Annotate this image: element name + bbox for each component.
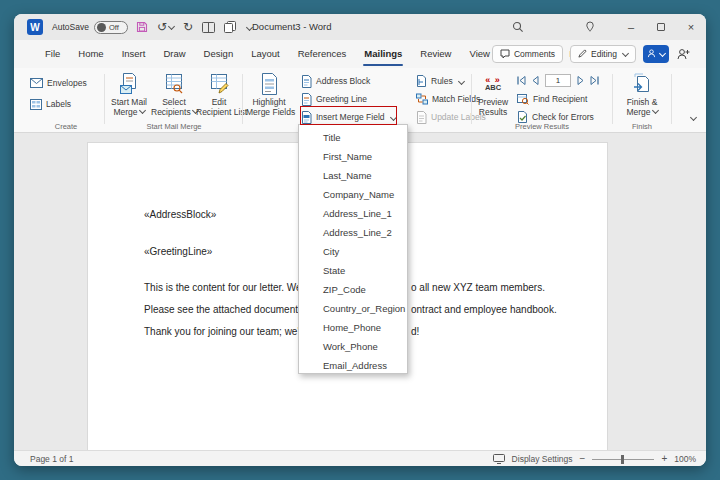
comment-icon: [500, 49, 510, 59]
merge-field-option[interactable]: Company_Name: [299, 185, 407, 204]
start-mail-merge-button[interactable]: Start Mail Merge: [106, 71, 152, 117]
display-settings-label[interactable]: Display Settings: [512, 454, 573, 464]
address-block-field[interactable]: «AddressBlock»: [144, 209, 216, 220]
ribbon-tab[interactable]: References: [289, 40, 356, 68]
read-mode-icon[interactable]: [202, 22, 215, 33]
copy-icon[interactable]: [224, 21, 236, 33]
chevron-down-icon: [622, 50, 629, 57]
zoom-out-button[interactable]: −: [580, 454, 586, 464]
undo-icon[interactable]: ↺: [157, 18, 174, 36]
statusbar-right: Display Settings − + 100%: [493, 451, 696, 466]
merge-field-option[interactable]: First_Name: [299, 147, 407, 166]
rules-icon: [416, 75, 427, 87]
add-people-icon[interactable]: [676, 48, 690, 60]
chevron-down-icon: [139, 107, 146, 114]
start-mail-merge-icon: [106, 71, 152, 97]
next-record-icon[interactable]: [577, 76, 584, 85]
finish-and-merge-button[interactable]: Finish & Merge: [619, 71, 665, 117]
greeting-line-button[interactable]: Greeting Line: [301, 91, 367, 107]
merge-field-option[interactable]: Home_Phone: [299, 318, 407, 337]
record-navigator: [517, 72, 599, 88]
last-record-icon[interactable]: [590, 76, 599, 85]
ribbon-tab[interactable]: Insert: [113, 40, 155, 68]
group-label-finish: Finish: [614, 122, 670, 131]
redo-icon[interactable]: ↻: [183, 18, 193, 36]
find-recipient-icon: [517, 94, 529, 105]
record-number-input[interactable]: [545, 74, 571, 87]
group-start-mail-merge: Start Mail Merge Select Recipients Edit …: [106, 68, 242, 133]
display-settings-icon[interactable]: [493, 454, 505, 464]
chevron-down-icon: [652, 107, 659, 114]
zoom-in-button[interactable]: +: [661, 454, 667, 464]
merge-field-option[interactable]: Country_or_Region: [299, 299, 407, 318]
address-block-button[interactable]: Address Block: [301, 73, 370, 89]
labels-icon: [30, 99, 42, 110]
merge-field-option[interactable]: City: [299, 242, 407, 261]
group-label-preview-results: Preview Results: [473, 122, 611, 131]
select-recipients-icon: [151, 71, 197, 97]
merge-field-option[interactable]: Last_Name: [299, 166, 407, 185]
pin-icon[interactable]: [582, 19, 598, 35]
highlight-merge-fields-button[interactable]: Highlight Merge Fields: [246, 71, 292, 117]
zoom-slider-thumb[interactable]: [621, 455, 624, 464]
share-person-icon: [647, 49, 656, 58]
word-window: W AutoSave Off ↺ ↻ Document3 - Word: [14, 14, 706, 466]
page-indicator[interactable]: Page 1 of 1: [30, 454, 73, 464]
comments-button[interactable]: Comments: [492, 45, 563, 63]
group-label-create: Create: [28, 122, 104, 131]
autosave-label: AutoSave: [52, 22, 89, 32]
labels-button[interactable]: Labels: [30, 96, 71, 112]
merge-field-option[interactable]: ZIP_Code: [299, 280, 407, 299]
greeting-line-icon: [301, 93, 312, 106]
title-bar: W AutoSave Off ↺ ↻ Document3 - Word: [14, 14, 706, 40]
toggle-knob-icon: [97, 23, 106, 32]
preview-results-button[interactable]: « » ABC Preview Results: [473, 71, 513, 117]
search-icon[interactable]: [510, 19, 526, 35]
first-record-icon[interactable]: [517, 76, 526, 85]
envelope-icon: [30, 78, 43, 88]
insert-merge-field-button[interactable]: Insert Merge Field: [301, 109, 396, 125]
rules-button[interactable]: Rules: [416, 73, 464, 89]
ribbon-tab[interactable]: Home: [69, 40, 112, 68]
merge-field-option[interactable]: Title: [299, 128, 407, 147]
merge-field-option[interactable]: Address_Line_2: [299, 223, 407, 242]
address-block-icon: [301, 75, 312, 88]
minimize-button[interactable]: –: [616, 14, 646, 40]
match-fields-icon: [416, 93, 428, 105]
ribbon-tab[interactable]: Mailings: [355, 40, 411, 68]
ribbon-tab[interactable]: Design: [195, 40, 243, 68]
zoom-slider[interactable]: [592, 459, 654, 460]
highlight-merge-fields-icon: [246, 71, 292, 97]
document-title: Document3 - Word: [252, 21, 332, 32]
merge-field-option[interactable]: State: [299, 261, 407, 280]
merge-field-option[interactable]: Work_Phone: [299, 337, 407, 356]
collapse-ribbon-icon[interactable]: [689, 108, 696, 126]
previous-record-icon[interactable]: [532, 76, 539, 85]
maximize-button[interactable]: [646, 14, 676, 40]
chevron-down-icon: [458, 77, 465, 84]
greeting-line-field[interactable]: «GreetingLine»: [144, 246, 212, 257]
chevron-down-icon: [659, 50, 666, 57]
find-recipient-button[interactable]: Find Recipient: [517, 91, 587, 107]
update-labels-icon: [416, 111, 427, 124]
select-recipients-button[interactable]: Select Recipients: [151, 71, 197, 117]
group-create: Envelopes Labels Create: [28, 68, 104, 133]
envelopes-button[interactable]: Envelopes: [30, 75, 87, 91]
edit-recipient-list-button[interactable]: Edit Recipient List: [196, 71, 242, 117]
save-icon[interactable]: [136, 21, 148, 33]
merge-field-option[interactable]: Email_Address: [299, 356, 407, 375]
autosave-toggle[interactable]: Off: [94, 21, 128, 34]
share-button[interactable]: [643, 45, 669, 63]
ribbon-tab[interactable]: Draw: [154, 40, 194, 68]
quick-access-toolbar: ↺ ↻: [136, 18, 252, 36]
editing-button[interactable]: Editing: [570, 45, 636, 63]
insert-merge-field-icon: [301, 111, 312, 124]
autosave-state: Off: [109, 23, 119, 32]
merge-field-option[interactable]: Address_Line_1: [299, 204, 407, 223]
close-button[interactable]: ×: [676, 14, 706, 40]
ribbon-tab[interactable]: File: [36, 40, 69, 68]
ribbon-tab[interactable]: Review: [411, 40, 460, 68]
ribbon-tab[interactable]: Layout: [242, 40, 289, 68]
edit-recipient-list-icon: [196, 71, 242, 97]
zoom-level[interactable]: 100%: [674, 454, 696, 464]
